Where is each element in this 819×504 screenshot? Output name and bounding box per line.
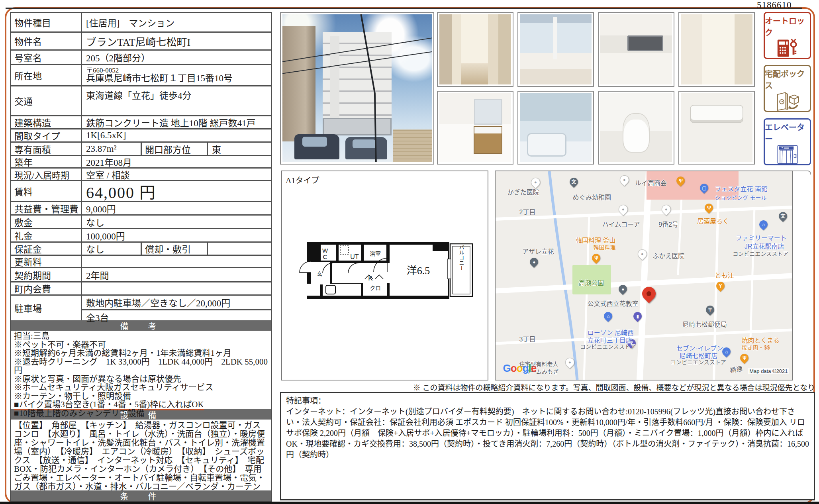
table-row: 賃料64,000 円 — [11, 181, 271, 202]
map-label: 2丁目 — [519, 207, 536, 216]
photo-entrance-hallway — [437, 12, 513, 87]
map-label: 9番2号 — [658, 219, 678, 229]
badge-elevator: エレベーター — [764, 118, 811, 165]
map-label: コンビニエンスストア — [670, 358, 726, 366]
badge-delivery-box: 宅配ボックス — [764, 65, 811, 112]
photo-toilet — [598, 91, 674, 165]
svg-text:C: C — [323, 253, 327, 260]
special-notes-title: 特記事項： — [286, 396, 809, 406]
map-label: かぎた医院 — [507, 187, 539, 196]
table-row: 町内会費 — [11, 282, 271, 296]
document-number: 5186610 — [757, 0, 813, 10]
floorplan-type-label: A1タイプ — [286, 174, 319, 186]
photo-bathroom — [517, 91, 594, 165]
floorplan-panel: A1タイプ — [281, 171, 488, 380]
table-row: 契約期間2年間 — [11, 268, 271, 282]
map-label: 焼き肉・$$ — [742, 343, 770, 351]
table-row: 礼金100,000円 — [11, 229, 271, 243]
table-row: 所在地 〒660-0052 兵庫県尼崎市七松町１丁目15番10号 — [11, 65, 271, 86]
special-notes-body: インターネット：インターネット(別途プロバイダー有料契約要) ネットに関するお問… — [286, 406, 809, 460]
map-label: ハイムコーア — [602, 219, 640, 229]
svg-text:玄: 玄 — [317, 271, 322, 277]
building-exterior-photo — [280, 12, 434, 165]
autolock-icon — [768, 39, 807, 58]
photo-room-window — [517, 12, 594, 87]
address: 兵庫県尼崎市七松町１丁目15番10号 — [86, 74, 233, 83]
map-label: 3丁目 — [519, 334, 536, 343]
svg-text:K: K — [368, 275, 373, 282]
table-row: 更新料 — [11, 256, 271, 268]
equipment-body: 【位置】 角部屋 【キッチン】 給湯器・ガスコンロ設置可・ガスコンロ 【水廻り】… — [11, 420, 271, 490]
table-row: 共益費・管理費9,000円 — [11, 202, 271, 216]
remark-line: ※短期解約6ヶ月未満の総賃料2ヶ月・1年未満総賃料1ヶ月 — [14, 349, 268, 358]
table-row: 交通東海道線「立花」徒歩4分 — [11, 86, 271, 116]
power-lines — [282, 14, 432, 162]
map-label: 橘通 — [729, 363, 743, 375]
table-row: 専有面積 23.87m² 開口部方位 東 — [11, 143, 271, 156]
remark-line: ※原状と写真・図面が異なる場合は原状優先 — [14, 375, 268, 384]
svg-text:洋6.5: 洋6.5 — [407, 265, 430, 277]
remark-line: ※カーテン・物干し・照明設備 — [14, 392, 268, 401]
svg-text:UT: UT — [350, 253, 359, 260]
remark-line: ※ホームセキュリティ大阪ガスセキュリティサービス — [14, 383, 268, 392]
map-label: ショッピング モール — [715, 193, 767, 201]
table-row: 建築構造鉄筋コンクリート造 地上10階 総戸数41戸 — [11, 116, 271, 129]
table-row: 保証金 なし 償却・敷引 — [11, 243, 271, 256]
floorplan-drawing: W C UT 浴室 玄 K クロ 洋6.5 バルコニー — [294, 239, 485, 307]
table-row: 敷金なし — [11, 216, 271, 229]
photo-corridor-flooring — [678, 12, 755, 87]
table-row: 間取タイプ1K[6.5xK] — [11, 129, 271, 143]
conditions-header: 条 件 — [11, 490, 271, 501]
map-label: 尼崎七松郵便局 — [682, 319, 727, 329]
map-label: コンビニエンスストア — [580, 342, 636, 350]
photo-air-conditioner — [678, 91, 755, 165]
map-label: ふかえ医院 — [652, 251, 684, 260]
special-notes-box: 特記事項： インターネット：インターネット(別途プロバイダー有料契約要) ネット… — [280, 392, 815, 500]
rent-value: 64,000 円 — [82, 181, 271, 201]
map-copyright: Map data ©2021 — [748, 368, 789, 374]
map-label: ルイ高商会 — [635, 178, 667, 187]
badge-autolock: オートロック — [764, 12, 811, 59]
remarks-body: 担当:三島 ※ペット不可・楽器不可 ※短期解約6ヶ月未満の総賃料2ヶ月・1年未満… — [11, 331, 271, 409]
svg-text:クロ: クロ — [370, 285, 381, 291]
svg-text:浴室: 浴室 — [370, 251, 381, 257]
map-label: 高瀬公園 — [578, 278, 604, 287]
map-label: 居酒屋ろく — [697, 216, 729, 226]
map-label: 韓国料理 — [594, 243, 616, 251]
top-rule — [6, 8, 802, 9]
photo-kitchen — [598, 12, 674, 87]
photo-vanity-washroom — [437, 91, 513, 165]
elevator-icon — [768, 145, 807, 164]
map-label: めぐみ幼稚園 — [572, 192, 611, 202]
scan-bottom-edge — [0, 502, 819, 504]
property-table: 物件種目[住居用] マンション 物件名ブランTAT尼崎七松町I 号室名205（2… — [11, 13, 271, 320]
svg-text:バルコニー: バルコニー — [458, 245, 464, 271]
map-label: フェスタ立花 南館 — [715, 184, 768, 193]
map-label: アザレ立花 — [522, 246, 554, 256]
map-panel: 文 ● ● Ψ ▢ ● ● Ψ 文 ⌂ ● Ψ ● Y ● 〒 ▮ ⌂ Y ⌂ … — [495, 171, 793, 380]
svg-text:W: W — [322, 247, 328, 254]
table-row: 駐車場 敷地内駐車場／空きなし／20,000円 全3台 — [11, 296, 271, 320]
table-row: 物件名ブランTAT尼崎七松町I — [11, 33, 271, 51]
property-table-section: 物件種目[住居用] マンション 物件名ブランTAT尼崎七松町I 号室名205（2… — [10, 12, 272, 502]
map-label: とも江 — [715, 270, 734, 280]
google-logo: Google — [503, 362, 537, 375]
table-row: 築年2021年08月 — [11, 156, 271, 169]
map-label: 公文式西立花教室 — [588, 298, 639, 308]
postal-code: 〒660-0052 — [86, 67, 119, 74]
map-label: コンビニエンスストア — [733, 249, 788, 257]
remark-line: ※退去時クリーニング 1K 33,000円 1LDK 44,000円 2LDK … — [14, 358, 268, 375]
remark-line: 担当:三島 — [14, 332, 268, 341]
table-row: 号室名205（2階部分） — [11, 51, 271, 65]
remark-line-underlined: ■バイク置場3台空き(1番・4番・5番)枠に入ればOK — [14, 400, 268, 409]
delivery-box-icon — [768, 92, 807, 111]
remark-line: ※ペット不可・楽器不可 — [14, 341, 268, 349]
table-row: 物件種目[住居用] マンション — [11, 13, 271, 33]
